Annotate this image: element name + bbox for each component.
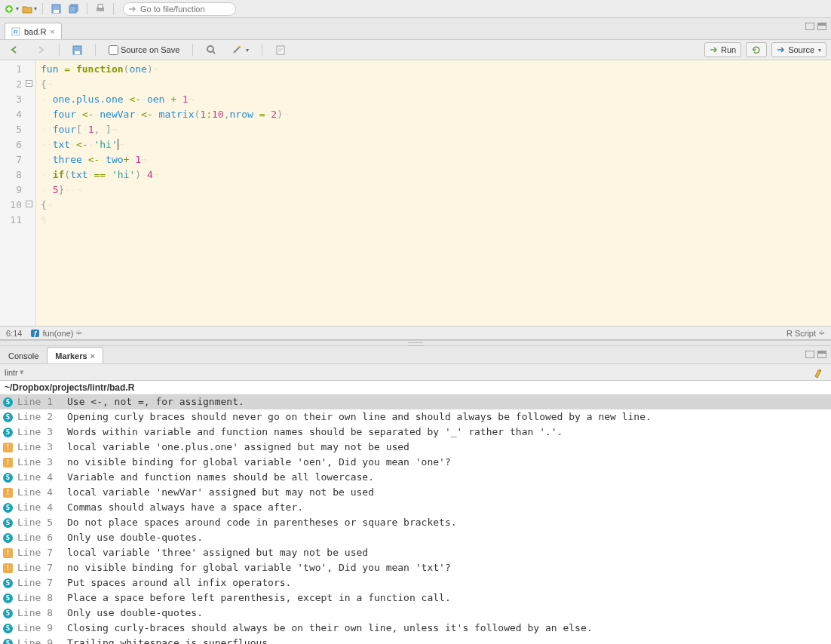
clear-markers-button[interactable] (810, 365, 826, 380)
code-line[interactable]: ··txt·<-·'hi'¬ (41, 137, 831, 152)
svg-rect-6 (98, 5, 103, 8)
line-number[interactable]: 9 (0, 182, 35, 198)
marker-line: Line 3 (17, 455, 63, 470)
style-icon: S (3, 503, 13, 513)
close-tab-icon[interactable]: × (50, 27, 54, 36)
marker-row[interactable]: SLine 4Commas should always have a space… (0, 500, 831, 515)
marker-row[interactable]: Line 4local variable 'newVar' assigned b… (0, 485, 831, 500)
pane-splitter[interactable] (0, 340, 831, 346)
marker-row[interactable]: SLine 4Variable and function names shoul… (0, 470, 831, 485)
code-line[interactable]: {¬ (41, 77, 831, 92)
line-number[interactable]: 10− (0, 198, 35, 213)
run-button[interactable]: Run (704, 42, 741, 57)
code-line[interactable]: fun·=·function(one)¬ (41, 62, 831, 77)
marker-row[interactable]: SLine 9Trailing whitespace is superfluou… (0, 636, 831, 644)
style-icon: S (3, 609, 13, 618)
line-number[interactable]: 6 (0, 137, 35, 152)
marker-row[interactable]: SLine 2Opening curly braces should never… (0, 409, 831, 425)
fold-widget[interactable]: − (26, 201, 32, 207)
marker-row[interactable]: SLine 5Do not place spaces around code i… (0, 515, 831, 530)
marker-line: Line 2 (17, 409, 63, 425)
marker-row[interactable]: SLine 6Only use double-quotes. (0, 530, 831, 545)
marker-line: Line 4 (17, 470, 63, 485)
marker-message: local variable 'three' assigned but may … (67, 545, 828, 560)
goto-file-function[interactable] (123, 2, 236, 16)
editor-statusbar: 6:14 ƒ fun(one) ≑ R Script ≑ (0, 326, 831, 339)
notebook-button[interactable] (270, 42, 291, 57)
svg-rect-10 (75, 51, 80, 54)
marker-row[interactable]: SLine 8Only use double-quotes. (0, 606, 831, 621)
code-line[interactable]: ··5}··¬ (41, 182, 831, 198)
style-icon: S (3, 624, 13, 633)
marker-row[interactable]: SLine 1Use <-, not =, for assignment. (0, 394, 831, 409)
style-icon: S (3, 412, 13, 422)
dropdown-icon: ▾ (20, 367, 24, 377)
forward-button[interactable] (30, 42, 51, 57)
function-name[interactable]: fun(one) (42, 329, 73, 338)
code-line[interactable]: ··four·<-·newVar·<-·matrix(1:10,nrow·=·2… (41, 107, 831, 122)
goto-input[interactable] (140, 5, 223, 14)
markers-list: SLine 1Use <-, not =, for assignment.SLi… (0, 394, 831, 644)
main-toolbar (0, 0, 831, 18)
style-icon: S (3, 428, 13, 437)
line-number[interactable]: 4 (0, 107, 35, 122)
close-tab-icon[interactable]: × (90, 351, 95, 360)
source-on-save-checkbox[interactable]: Source on Save (103, 42, 185, 57)
line-number[interactable]: 5 (0, 122, 35, 137)
code-line[interactable]: ··four[·1,·]¬ (41, 122, 831, 137)
line-number[interactable]: 7 (0, 152, 35, 167)
maximize-pane-icon[interactable] (817, 351, 826, 358)
line-number[interactable]: 2− (0, 77, 35, 92)
code-line[interactable]: ··if(txt·==·'hi')·4¬ (41, 167, 831, 182)
wand-button[interactable] (226, 42, 254, 57)
save-all-button[interactable] (66, 2, 82, 17)
marker-message: no visible binding for global variable '… (67, 455, 828, 470)
marker-row[interactable]: Line 7local variable 'three' assigned bu… (0, 545, 831, 560)
find-button[interactable] (201, 42, 222, 57)
print-button[interactable] (92, 2, 109, 17)
marker-message: Variable and function names should be al… (67, 470, 828, 485)
goto-icon (128, 5, 137, 13)
marker-message: Do not place spaces around code in paren… (67, 515, 828, 530)
marker-line: Line 7 (17, 545, 63, 560)
maximize-pane-icon[interactable] (817, 23, 826, 30)
r-file-icon: R (11, 27, 20, 36)
marker-line: Line 7 (17, 575, 63, 590)
marker-row[interactable]: Line 7no visible binding for global vari… (0, 560, 831, 575)
marker-line: Line 3 (17, 440, 63, 455)
code-line[interactable]: ··one.plus.one·<-·oen·+·1¬ (41, 92, 831, 107)
code-line[interactable]: {¬ (41, 198, 831, 213)
file-tab-bad-r[interactable]: R bad.R × (5, 23, 62, 39)
line-number[interactable]: 8 (0, 167, 35, 182)
marker-row[interactable]: SLine 7Put spaces around all infix opera… (0, 575, 831, 590)
marker-row[interactable]: Line 3local variable 'one.plus.one' assi… (0, 440, 831, 455)
rerun-button[interactable] (746, 42, 767, 57)
line-number[interactable]: 1 (0, 62, 35, 77)
minimize-pane-icon[interactable] (805, 351, 814, 358)
tab-console[interactable]: Console (0, 347, 47, 363)
marker-row[interactable]: Line 3no visible binding for global vari… (0, 455, 831, 470)
marker-row[interactable]: SLine 3Words within variable and functio… (0, 425, 831, 440)
line-number[interactable]: 11 (0, 213, 35, 228)
fold-widget[interactable]: − (26, 80, 32, 87)
save-editor-button[interactable] (67, 42, 87, 57)
marker-row[interactable]: SLine 8Place a space before left parenth… (0, 590, 831, 606)
line-number[interactable]: 3 (0, 92, 35, 107)
code-content[interactable]: fun·=·function(one)¬{¬··one.plus.one·<-·… (36, 60, 831, 326)
new-file-button[interactable] (3, 2, 20, 17)
code-editor[interactable]: 12−345678910−11 fun·=·function(one)¬{¬··… (0, 60, 831, 326)
back-button[interactable] (5, 42, 26, 57)
marker-message: Opening curly braces should never go on … (67, 409, 828, 425)
code-line[interactable]: ¶ (41, 213, 831, 228)
open-file-button[interactable] (21, 2, 38, 17)
code-line[interactable]: ··three·<-·two+·1¬ (41, 152, 831, 167)
tab-markers[interactable]: Markers× (47, 347, 103, 363)
file-type[interactable]: R Script (787, 329, 816, 338)
source-label: Source (788, 45, 814, 54)
markers-file-path[interactable]: ~/Dropbox/projects/lintr/bad.R (0, 381, 831, 394)
minimize-pane-icon[interactable] (805, 23, 814, 30)
marker-row[interactable]: SLine 9Closing curly-braces should alway… (0, 621, 831, 636)
source-button[interactable]: Source (771, 42, 826, 57)
save-button[interactable] (48, 2, 64, 17)
markers-filter[interactable]: lintr (5, 368, 18, 377)
